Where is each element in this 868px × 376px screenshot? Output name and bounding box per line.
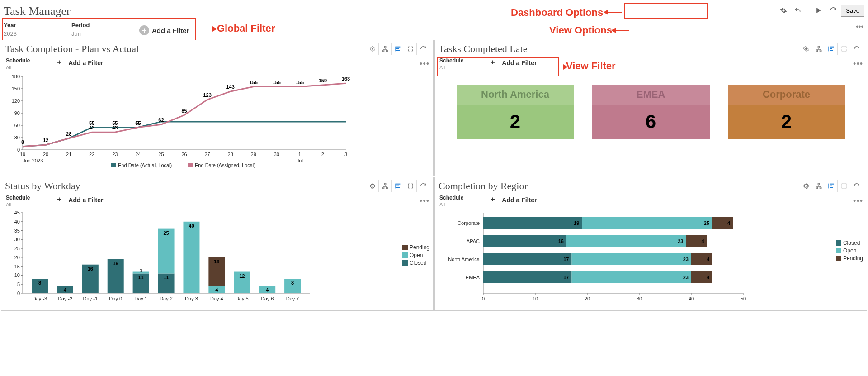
refresh-icon[interactable] — [850, 180, 863, 192]
add-view-filter-button[interactable]: + Add a Filter — [491, 58, 537, 67]
svg-text:25: 25 — [704, 220, 709, 226]
svg-text:4: 4 — [727, 220, 731, 226]
gear-icon[interactable]: ⚙ — [800, 180, 812, 192]
svg-text:16: 16 — [214, 259, 219, 264]
svg-text:55: 55 — [135, 120, 141, 126]
add-view-filter-button[interactable]: + Add a Filter — [57, 58, 103, 67]
svg-text:APAC: APAC — [467, 238, 480, 244]
svg-text:43: 43 — [89, 125, 94, 130]
svg-text:Jul: Jul — [297, 158, 303, 163]
panel-completion-region: Completion by Region ⚙ Schedule All + Ad… — [434, 177, 867, 311]
hierarchy-icon[interactable] — [812, 180, 825, 192]
view-filter-schedule[interactable]: Schedule All — [439, 57, 463, 70]
card-north-america[interactable]: North America 2 — [457, 85, 574, 139]
more-icon[interactable]: ••• — [856, 23, 863, 31]
chart-type-icon[interactable] — [392, 180, 404, 192]
chart-type-icon[interactable] — [825, 180, 838, 192]
undo-icon[interactable] — [791, 4, 805, 17]
card-title: EMEA — [592, 85, 710, 105]
svg-text:24: 24 — [135, 152, 141, 157]
gear-icon[interactable] — [777, 4, 790, 17]
expand-icon[interactable] — [404, 43, 417, 55]
more-icon[interactable]: ••• — [420, 196, 429, 206]
hierarchy-icon[interactable] — [812, 43, 825, 55]
add-view-filter-button[interactable]: + Add a Filter — [491, 195, 537, 205]
legend-open: Open — [843, 247, 856, 254]
svg-text:35: 35 — [14, 228, 20, 233]
expand-icon[interactable] — [404, 180, 417, 192]
svg-text:30: 30 — [14, 237, 20, 242]
svg-rect-2 — [382, 50, 384, 52]
svg-rect-73 — [386, 187, 388, 189]
svg-text:1: 1 — [140, 268, 142, 273]
chart-type-icon[interactable] — [825, 43, 838, 55]
svg-text:30: 30 — [637, 296, 642, 301]
filter-value: All — [439, 65, 463, 70]
card-title: North America — [457, 85, 574, 105]
more-icon[interactable]: ••• — [420, 59, 429, 69]
svg-rect-7 — [396, 50, 400, 51]
view-filter-schedule[interactable]: Schedule All — [439, 195, 463, 207]
refresh-icon[interactable] — [850, 43, 863, 55]
refresh-icon[interactable] — [417, 43, 429, 55]
expand-icon[interactable] — [838, 43, 850, 55]
svg-text:19: 19 — [20, 152, 25, 157]
svg-text:Day 2: Day 2 — [160, 296, 173, 301]
play-icon[interactable] — [812, 4, 826, 17]
card-corporate[interactable]: Corporate 2 — [728, 85, 845, 139]
expand-icon[interactable] — [838, 180, 850, 192]
global-filter-year[interactable]: Year 2023 — [4, 22, 53, 37]
view-filter-schedule[interactable]: Schedule All — [6, 57, 30, 70]
card-emea[interactable]: EMEA 6 — [592, 85, 710, 139]
svg-text:26: 26 — [181, 152, 187, 157]
legend-pending: Pending — [410, 244, 429, 251]
hierarchy-icon[interactable] — [379, 180, 392, 192]
svg-text:150: 150 — [12, 86, 20, 91]
svg-text:8: 8 — [38, 280, 41, 286]
svg-text:85: 85 — [181, 108, 187, 114]
svg-rect-64 — [818, 46, 820, 48]
svg-rect-1 — [384, 46, 386, 48]
add-global-filter-button[interactable]: + Add a Filter — [139, 25, 189, 35]
svg-text:55: 55 — [112, 120, 118, 126]
hierarchy-icon[interactable] — [379, 43, 392, 55]
svg-text:143: 143 — [226, 84, 234, 90]
gear-icon[interactable] — [366, 43, 379, 55]
global-filter-period[interactable]: Period Jun — [71, 22, 121, 37]
view-filter-schedule[interactable]: Schedule All — [6, 195, 30, 207]
refresh-icon[interactable] — [417, 180, 429, 192]
svg-text:155: 155 — [273, 80, 281, 85]
svg-rect-140 — [816, 187, 818, 189]
more-icon[interactable]: ••• — [853, 196, 863, 206]
svg-text:19: 19 — [574, 220, 579, 226]
svg-text:21: 21 — [66, 152, 71, 157]
svg-text:155: 155 — [250, 80, 258, 85]
refresh-icon[interactable] — [826, 4, 840, 17]
svg-text:16: 16 — [558, 238, 564, 244]
more-icon[interactable]: ••• — [853, 59, 863, 69]
svg-text:Corporate: Corporate — [458, 220, 480, 226]
svg-text:Day 0: Day 0 — [109, 296, 122, 301]
gear-icon[interactable]: ⚙ — [366, 180, 379, 192]
svg-text:159: 159 — [319, 78, 327, 83]
chart-type-icon[interactable] — [392, 43, 404, 55]
add-view-filter-button[interactable]: + Add a Filter — [57, 195, 103, 205]
svg-text:0: 0 — [17, 290, 20, 296]
filter-label: Schedule — [439, 195, 463, 201]
svg-rect-75 — [396, 184, 400, 185]
svg-rect-141 — [820, 187, 821, 189]
svg-text:4: 4 — [266, 287, 269, 293]
svg-rect-76 — [396, 186, 399, 186]
svg-rect-143 — [830, 184, 834, 185]
save-button[interactable]: Save — [841, 5, 864, 17]
svg-rect-160 — [483, 217, 582, 229]
plus-icon: + — [491, 195, 500, 205]
svg-text:40: 40 — [189, 223, 194, 228]
svg-rect-61 — [188, 163, 193, 167]
svg-rect-167 — [483, 235, 566, 247]
svg-text:11: 11 — [138, 275, 144, 280]
svg-rect-162 — [582, 217, 712, 229]
gear-icon[interactable] — [800, 43, 812, 55]
svg-rect-59 — [111, 163, 116, 167]
svg-text:15: 15 — [14, 264, 20, 269]
